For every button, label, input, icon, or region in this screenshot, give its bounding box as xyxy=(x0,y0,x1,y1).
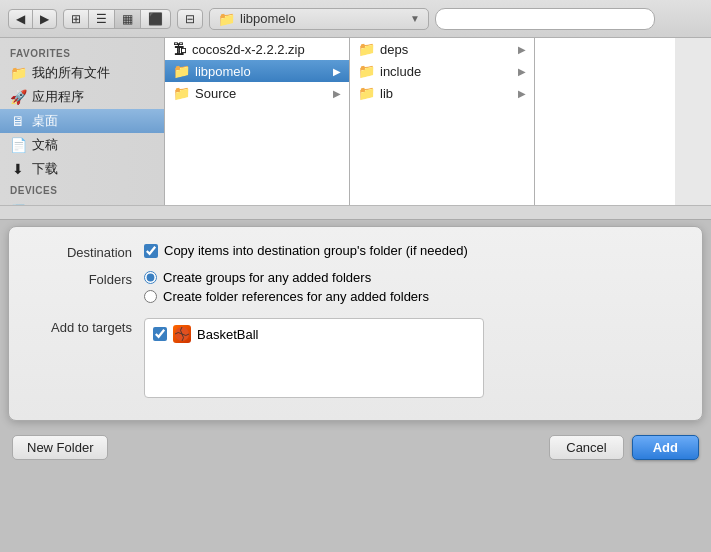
column-2: 📁 deps ▶ 📁 include ▶ 📁 lib ▶ xyxy=(350,38,535,205)
radio-groups-row: Create groups for any added folders xyxy=(144,270,682,285)
col-item-zip-label: cocos2d-x-2.2.2.zip xyxy=(192,42,305,57)
view-cover-button[interactable]: ⬛ xyxy=(141,10,170,28)
copy-checkbox[interactable] xyxy=(144,244,158,258)
copy-checkbox-row: Copy items into destination group's fold… xyxy=(144,243,682,258)
sidebar-item-desktop[interactable]: 🖥 桌面 xyxy=(0,109,164,133)
col-item-zip[interactable]: 🗜 cocos2d-x-2.2.2.zip xyxy=(165,38,349,60)
copy-checkbox-label: Copy items into destination group's fold… xyxy=(164,243,468,258)
radio-references-label: Create folder references for any added f… xyxy=(163,289,429,304)
view-col-button[interactable]: ▦ xyxy=(115,10,141,28)
downloads-icon: ⬇ xyxy=(10,161,26,177)
desktop-icon: 🖥 xyxy=(10,113,26,129)
view-list-button[interactable]: ☰ xyxy=(89,10,115,28)
targets-content: BasketBall xyxy=(144,318,682,398)
include-icon: 📁 xyxy=(358,63,375,79)
libpomelo-icon: 📁 xyxy=(173,63,190,79)
toolbar: ◀ ▶ ⊞ ☰ ▦ ⬛ ⊟ 📁 libpomelo ▼ xyxy=(0,0,711,38)
radio-references-row: Create folder references for any added f… xyxy=(144,289,682,304)
targets-box: BasketBall xyxy=(144,318,484,398)
radio-groups[interactable] xyxy=(144,271,157,284)
destination-content: Copy items into destination group's fold… xyxy=(144,243,682,258)
sidebar-item-apps[interactable]: 🚀 应用程序 xyxy=(0,85,164,109)
sidebar-item-macos[interactable]: 💻 mac os xyxy=(0,198,164,205)
sidebar-item-downloads-label: 下载 xyxy=(32,160,58,178)
column-1: 🗜 cocos2d-x-2.2.2.zip 📁 libpomelo ▶ 📁 So… xyxy=(165,38,350,205)
target-basketball-label: BasketBall xyxy=(197,327,258,342)
folders-content: Create groups for any added folders Crea… xyxy=(144,270,682,308)
deps-icon: 📁 xyxy=(358,41,375,57)
chevron-right-icon: ▶ xyxy=(333,66,341,77)
folder-icon: 📁 xyxy=(218,11,235,27)
new-folder-button[interactable]: New Folder xyxy=(12,435,108,460)
lib-icon: 📁 xyxy=(358,85,375,101)
favorites-section-label: FAVORITES xyxy=(0,44,164,61)
button-bar: New Folder Cancel Add xyxy=(0,427,711,464)
folders-label: Folders xyxy=(29,270,144,287)
col-item-libpomelo[interactable]: 📁 libpomelo ▶ xyxy=(165,60,349,82)
devices-section-label: DEVICES xyxy=(0,181,164,198)
view-icon-button[interactable]: ⊞ xyxy=(64,10,89,28)
sidebar-item-all-files[interactable]: 📁 我的所有文件 xyxy=(0,61,164,85)
target-checkbox-basketball[interactable] xyxy=(153,327,167,341)
sidebar-item-downloads[interactable]: ⬇ 下载 xyxy=(0,157,164,181)
source-icon: 📁 xyxy=(173,85,190,101)
target-item-basketball: BasketBall xyxy=(153,325,475,343)
cancel-button[interactable]: Cancel xyxy=(549,435,623,460)
col-item-lib[interactable]: 📁 lib ▶ xyxy=(350,82,534,104)
add-button[interactable]: Add xyxy=(632,435,699,460)
dialog-panel: Destination Copy items into destination … xyxy=(8,226,703,421)
destination-label: Destination xyxy=(29,243,144,260)
sidebar: FAVORITES 📁 我的所有文件 🚀 应用程序 🖥 桌面 📄 文稿 ⬇ 下载 xyxy=(0,38,165,205)
columns-area: 🗜 cocos2d-x-2.2.2.zip 📁 libpomelo ▶ 📁 So… xyxy=(165,38,711,205)
chevron-right-icon-2: ▶ xyxy=(333,88,341,99)
browser-area: FAVORITES 📁 我的所有文件 🚀 应用程序 🖥 桌面 📄 文稿 ⬇ 下载 xyxy=(0,38,711,205)
finder-panel: ◀ ▶ ⊞ ☰ ▦ ⬛ ⊟ 📁 libpomelo ▼ FAVORITES 📁 … xyxy=(0,0,711,220)
radio-groups-label: Create groups for any added folders xyxy=(163,270,371,285)
col-item-include-label: include xyxy=(380,64,421,79)
location-label: libpomelo xyxy=(240,11,296,26)
chevron-right-deps-icon: ▶ xyxy=(518,44,526,55)
share-button-group[interactable]: ⊟ xyxy=(177,9,203,29)
all-files-icon: 📁 xyxy=(10,65,26,81)
scrollbar-area[interactable] xyxy=(0,205,711,219)
column-3 xyxy=(535,38,675,205)
zip-icon: 🗜 xyxy=(173,41,187,57)
destination-row: Destination Copy items into destination … xyxy=(29,243,682,260)
folders-row: Folders Create groups for any added fold… xyxy=(29,270,682,308)
sidebar-item-desktop-label: 桌面 xyxy=(32,112,58,130)
chevron-right-lib-icon: ▶ xyxy=(518,88,526,99)
search-input[interactable] xyxy=(435,8,655,30)
chevron-right-include-icon: ▶ xyxy=(518,66,526,77)
docs-icon: 📄 xyxy=(10,137,26,153)
sidebar-item-all-files-label: 我的所有文件 xyxy=(32,64,110,82)
forward-button[interactable]: ▶ xyxy=(33,10,56,28)
dropdown-arrow-icon: ▼ xyxy=(410,13,420,24)
share-button[interactable]: ⊟ xyxy=(178,10,202,28)
col-item-source[interactable]: 📁 Source ▶ xyxy=(165,82,349,104)
view-buttons[interactable]: ⊞ ☰ ▦ ⬛ xyxy=(63,9,171,29)
col-item-deps-label: deps xyxy=(380,42,408,57)
targets-row: Add to targets BasketBall xyxy=(29,318,682,398)
basketball-icon xyxy=(173,325,191,343)
col-item-deps[interactable]: 📁 deps ▶ xyxy=(350,38,534,60)
targets-label: Add to targets xyxy=(29,318,144,335)
col-item-libpomelo-label: libpomelo xyxy=(195,64,251,79)
col-item-lib-label: lib xyxy=(380,86,393,101)
radio-references[interactable] xyxy=(144,290,157,303)
apps-icon: 🚀 xyxy=(10,89,26,105)
sidebar-item-docs-label: 文稿 xyxy=(32,136,58,154)
nav-buttons[interactable]: ◀ ▶ xyxy=(8,9,57,29)
back-button[interactable]: ◀ xyxy=(9,10,33,28)
sidebar-item-apps-label: 应用程序 xyxy=(32,88,84,106)
sidebar-item-docs[interactable]: 📄 文稿 xyxy=(0,133,164,157)
location-bar[interactable]: 📁 libpomelo ▼ xyxy=(209,8,429,30)
col-item-include[interactable]: 📁 include ▶ xyxy=(350,60,534,82)
col-item-source-label: Source xyxy=(195,86,236,101)
